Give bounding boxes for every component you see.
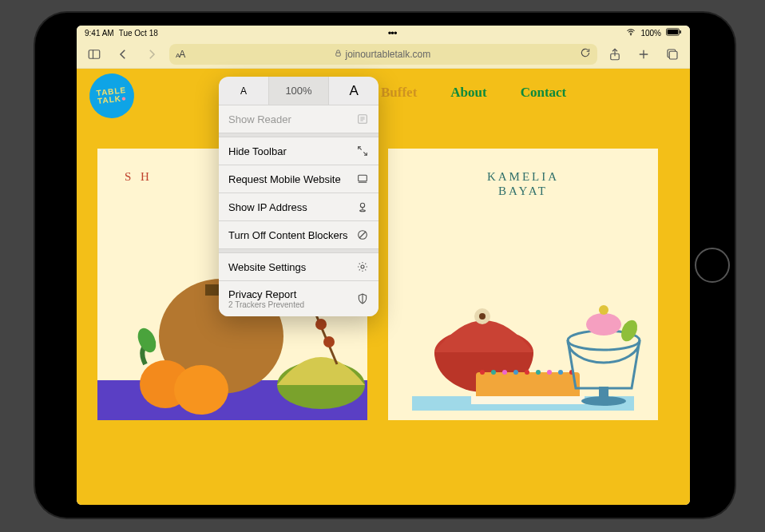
status-bar: 9:41 AM Tue Oct 18 ••• 100% (77, 26, 690, 40)
svg-point-28 (480, 370, 485, 375)
site-header: TABLE TALK● Potluck 🥘 Buffet About Conta… (77, 69, 690, 117)
svg-point-33 (536, 370, 541, 375)
svg-point-15 (174, 365, 228, 415)
nav-contact[interactable]: Contact (521, 85, 567, 101)
svg-point-30 (502, 370, 507, 375)
gear-icon (356, 260, 369, 273)
svg-point-0 (631, 34, 632, 35)
wifi-icon (626, 27, 636, 38)
content-blockers-item[interactable]: Turn Off Content Blockers (219, 221, 379, 249)
privacy-report-item[interactable]: Privacy Report 2 Trackers Prevented (219, 281, 379, 316)
home-button[interactable] (695, 248, 730, 283)
svg-rect-27 (471, 396, 585, 404)
browser-toolbar: AA joinourtabletalk.com (77, 40, 690, 69)
svg-point-16 (134, 325, 160, 355)
svg-rect-2 (668, 30, 679, 34)
tabs-button[interactable] (661, 43, 684, 66)
request-mobile-label: Request Mobile Website (228, 173, 341, 185)
svg-point-31 (513, 370, 518, 375)
privacy-report-label: Privacy Report (228, 288, 296, 300)
reader-icon (356, 113, 369, 125)
artwork-card-2[interactable]: KAMELIA BAYAT (388, 149, 658, 420)
svg-point-52 (360, 210, 366, 212)
back-button[interactable] (112, 43, 134, 66)
svg-point-20 (315, 319, 327, 330)
url-text: joinourtabletalk.com (345, 49, 430, 60)
lock-icon (334, 49, 343, 60)
share-button[interactable] (604, 43, 626, 66)
svg-rect-4 (89, 50, 100, 58)
content-blockers-label: Turn Off Content Blockers (228, 229, 348, 241)
site-logo[interactable]: TABLE TALK● (87, 71, 137, 121)
device-icon (356, 173, 369, 185)
svg-point-41 (599, 305, 608, 315)
text-size-button[interactable]: AA (176, 49, 184, 60)
svg-line-54 (359, 232, 366, 238)
website-settings-label: Website Settings (228, 261, 306, 273)
card-grid: S H (77, 117, 690, 420)
zoom-out-button[interactable]: A (219, 77, 269, 105)
svg-point-25 (479, 313, 486, 320)
status-date: Tue Oct 18 (119, 29, 158, 38)
svg-point-39 (581, 396, 626, 406)
new-tab-button[interactable] (632, 43, 655, 66)
svg-point-32 (525, 370, 529, 375)
svg-rect-3 (680, 30, 681, 34)
svg-point-34 (547, 370, 552, 375)
sidebar-button[interactable] (83, 43, 105, 66)
nav-buffet[interactable]: Buffet (381, 85, 417, 101)
svg-point-55 (361, 265, 364, 268)
svg-point-21 (323, 336, 335, 347)
address-bar[interactable]: AA joinourtabletalk.com (169, 44, 597, 65)
zoom-in-button[interactable]: A (329, 77, 379, 105)
status-time: 9:41 AM (85, 29, 114, 38)
request-mobile-item[interactable]: Request Mobile Website (219, 165, 379, 193)
webpage: TABLE TALK● Potluck 🥘 Buffet About Conta… (77, 69, 690, 505)
svg-point-35 (558, 370, 563, 375)
page-settings-popover: A 100% A Show Reader Hide Toolbar Reques… (219, 77, 379, 316)
blockers-off-icon (356, 228, 369, 241)
show-ip-label: Show IP Address (228, 201, 307, 213)
ipad-frame: 9:41 AM Tue Oct 18 ••• 100% (35, 13, 735, 518)
svg-line-47 (359, 147, 362, 150)
zoom-level: 100% (269, 77, 329, 105)
screen: 9:41 AM Tue Oct 18 ••• 100% (77, 26, 690, 505)
svg-point-29 (491, 370, 496, 375)
hide-toolbar-label: Hide Toolbar (228, 145, 287, 157)
battery-percent: 100% (640, 29, 661, 38)
privacy-report-sub: 2 Trackers Prevented (228, 300, 304, 309)
battery-icon (666, 28, 682, 38)
svg-rect-49 (359, 175, 367, 181)
website-settings-item[interactable]: Website Settings (219, 253, 379, 281)
artwork-illustration-2 (388, 244, 658, 420)
svg-point-42 (618, 318, 640, 344)
nav-about[interactable]: About (450, 85, 486, 101)
svg-rect-6 (336, 53, 341, 56)
artist-name-2: KAMELIA BAYAT (388, 169, 658, 198)
svg-line-48 (363, 152, 367, 155)
svg-point-51 (360, 203, 364, 207)
multitask-dots-icon[interactable]: ••• (388, 27, 397, 39)
svg-point-40 (586, 313, 621, 335)
shield-icon (356, 292, 369, 305)
svg-rect-10 (669, 51, 677, 59)
show-reader-item: Show Reader (219, 105, 379, 133)
show-reader-label: Show Reader (228, 113, 291, 125)
show-ip-item[interactable]: Show IP Address (219, 193, 379, 221)
hide-toolbar-item[interactable]: Hide Toolbar (219, 137, 379, 165)
forward-button (141, 43, 163, 66)
logo-text-2: TALK (97, 94, 122, 105)
expand-icon (356, 145, 369, 157)
location-icon (356, 200, 369, 213)
reload-button[interactable] (580, 47, 591, 61)
